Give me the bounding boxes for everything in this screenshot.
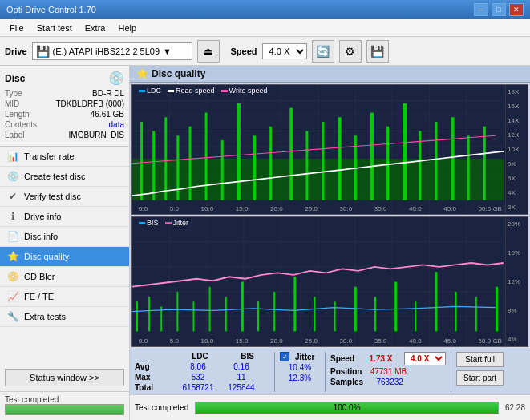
svg-rect-18 bbox=[152, 131, 155, 200]
panel-title: Disc quality bbox=[152, 68, 205, 79]
disc-label-label: Label bbox=[5, 131, 24, 139]
jitter-header: Jitter bbox=[295, 353, 314, 361]
panel-header: ⭐ Disc quality bbox=[130, 66, 530, 83]
read-speed-legend-dot bbox=[168, 90, 174, 92]
svg-rect-25 bbox=[253, 135, 256, 200]
save-button[interactable]: 💾 bbox=[366, 40, 389, 63]
main-layout: Disc 💿 Type BD-R DL MID TDKBLDRFB (000) … bbox=[0, 66, 530, 420]
samples-label: Samples bbox=[330, 378, 363, 386]
bottom-progress-text: 100.0% bbox=[196, 402, 498, 414]
menu-file[interactable]: File bbox=[3, 22, 30, 34]
sidebar-item-disc-info[interactable]: 📄 Disc info bbox=[0, 227, 129, 247]
bottom-bar: Test completed 100.0% 62.28 bbox=[130, 394, 530, 420]
sidebar: Disc 💿 Type BD-R DL MID TDKBLDRFB (000) … bbox=[0, 66, 130, 420]
svg-rect-57 bbox=[192, 301, 194, 331]
svg-rect-71 bbox=[455, 292, 457, 332]
drive-value: (E:) ATAPI iHBS212 2 5L09 bbox=[53, 46, 160, 56]
svg-rect-62 bbox=[273, 292, 275, 332]
disc-quality-icon: ⭐ bbox=[6, 251, 19, 262]
bottom-status-text: Test completed bbox=[135, 403, 188, 412]
drive-selector[interactable]: 💾 (E:) ATAPI iHBS212 2 5L09 ▼ bbox=[32, 42, 192, 60]
maximize-button[interactable]: □ bbox=[492, 3, 506, 16]
jitter-header-row: ✓ Jitter bbox=[280, 352, 320, 361]
sidebar-item-drive-info[interactable]: ℹ Drive info bbox=[0, 207, 129, 227]
svg-rect-54 bbox=[148, 297, 150, 331]
drive-info-icon: ℹ bbox=[6, 211, 19, 222]
position-value: 47731 MB bbox=[368, 367, 408, 376]
read-speed-legend-label: Read speed bbox=[176, 87, 215, 95]
start-buttons: Start full Start part bbox=[456, 352, 504, 386]
sidebar-item-disc-quality[interactable]: ⭐ Disc quality bbox=[0, 247, 129, 267]
svg-rect-53 bbox=[136, 301, 138, 331]
svg-rect-16 bbox=[132, 159, 504, 200]
svg-rect-21 bbox=[188, 127, 191, 200]
window-controls: ─ □ ✕ bbox=[474, 3, 524, 16]
chart2-x-axis: 0.0 5.0 10.0 15.0 20.0 25.0 30.0 35.0 40… bbox=[139, 337, 502, 345]
stats-headers-row: LDC BIS bbox=[135, 352, 269, 361]
max-jitter: 12.3% bbox=[280, 374, 320, 382]
jitter-legend-dot bbox=[165, 222, 172, 224]
status-window-button[interactable]: Status window >> bbox=[5, 369, 124, 386]
legend-jitter: Jitter bbox=[165, 219, 189, 227]
svg-rect-63 bbox=[293, 277, 296, 331]
fe-te-icon: 📈 bbox=[6, 291, 19, 302]
svg-rect-70 bbox=[435, 272, 437, 331]
settings-button[interactable]: ⚙ bbox=[339, 40, 362, 63]
speed-label: Speed bbox=[330, 354, 354, 363]
svg-rect-59 bbox=[225, 297, 227, 331]
bottom-time: 62.28 bbox=[505, 403, 525, 412]
sidebar-item-verify-test-disc[interactable]: ✔ Verify test disc bbox=[0, 187, 129, 207]
chart1-legend: LDC Read speed Write speed bbox=[139, 87, 267, 95]
extra-tests-icon: 🔧 bbox=[6, 311, 19, 322]
disc-panel-title: Disc bbox=[5, 73, 25, 84]
sidebar-item-create-test-disc[interactable]: 💿 Create test disc bbox=[0, 167, 129, 187]
status-text: Test completed bbox=[5, 395, 124, 404]
sidebar-item-transfer-rate[interactable]: 📊 Transfer rate bbox=[0, 147, 129, 167]
max-bis: 11 bbox=[221, 373, 261, 382]
start-part-button[interactable]: Start part bbox=[456, 370, 504, 386]
total-row: Total 6158721 125844 bbox=[135, 383, 269, 392]
panel-header-icon: ⭐ bbox=[136, 68, 148, 79]
jitter-checkbox[interactable]: ✓ bbox=[280, 352, 289, 361]
stats-divider3 bbox=[451, 352, 451, 392]
progress-fill bbox=[6, 405, 123, 414]
sidebar-item-extra-tests[interactable]: 🔧 Extra tests bbox=[0, 307, 129, 327]
sidebar-item-fe-te[interactable]: 📈 FE / TE bbox=[0, 287, 129, 307]
speed-select-stats[interactable]: 4.0 X bbox=[404, 352, 446, 365]
bis-header: BIS bbox=[225, 352, 269, 361]
menu-help[interactable]: Help bbox=[111, 22, 143, 34]
max-row: Max 532 11 bbox=[135, 373, 269, 382]
bis-legend-label: BIS bbox=[147, 219, 159, 227]
svg-rect-68 bbox=[394, 282, 397, 332]
svg-rect-34 bbox=[403, 103, 407, 200]
ldc-chart: LDC Read speed Write speed bbox=[131, 84, 528, 215]
sidebar-item-cd-bler[interactable]: 📀 CD Bler bbox=[0, 267, 129, 287]
sidebar-item-label: Disc info bbox=[24, 232, 58, 241]
disc-length-row: Length 46.61 GB bbox=[5, 110, 124, 119]
drive-dropdown-icon[interactable]: ▼ bbox=[163, 46, 172, 56]
svg-rect-23 bbox=[221, 140, 224, 200]
write-speed-legend-label: Write speed bbox=[229, 87, 268, 95]
legend-bis: BIS bbox=[139, 219, 159, 227]
max-ldc: 532 bbox=[178, 373, 218, 382]
ldc-header: LDC bbox=[178, 352, 222, 361]
disc-mid-label: MID bbox=[5, 99, 19, 108]
minimize-button[interactable]: ─ bbox=[474, 3, 488, 16]
svg-rect-69 bbox=[415, 301, 416, 331]
ldc-legend-dot bbox=[139, 90, 145, 92]
transfer-rate-icon: 📊 bbox=[6, 151, 19, 162]
create-test-disc-icon: 💿 bbox=[6, 171, 19, 182]
svg-rect-56 bbox=[176, 292, 178, 332]
refresh-button[interactable]: 🔄 bbox=[312, 40, 334, 63]
eject-button[interactable]: ⏏ bbox=[197, 40, 220, 63]
start-full-button[interactable]: Start full bbox=[456, 352, 504, 367]
chart1-y-axis: 18X 16X 14X 12X 10X 8X 6X 4X 2X bbox=[505, 85, 528, 214]
chart1-x-axis: 0.0 5.0 10.0 15.0 20.0 25.0 30.0 35.0 40… bbox=[139, 205, 502, 212]
speed-select[interactable]: 4.0 X 2.0 X 8.0 X bbox=[262, 43, 307, 59]
bis-chart: BIS Jitter bbox=[131, 216, 528, 347]
close-button[interactable]: ✕ bbox=[509, 3, 524, 16]
menu-start-test[interactable]: Start test bbox=[30, 22, 79, 34]
svg-rect-61 bbox=[257, 301, 259, 331]
menu-extra[interactable]: Extra bbox=[79, 22, 112, 34]
progress-bar bbox=[5, 404, 124, 415]
